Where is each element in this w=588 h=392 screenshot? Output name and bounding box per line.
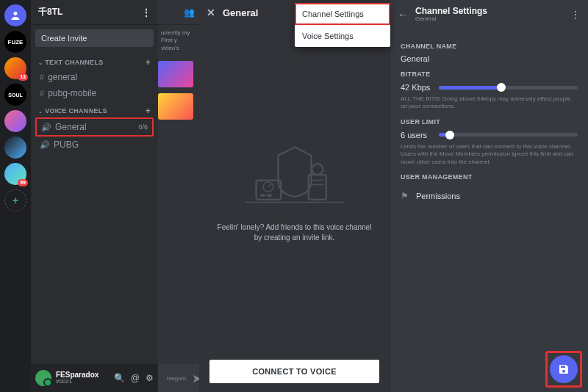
server-rail: FUZE 13 SOUL 99 +: [0, 0, 31, 392]
channel-label: PUBG: [54, 139, 79, 150]
channel-label: General: [55, 122, 87, 132]
menu-voice-settings[interactable]: Voice Settings: [295, 25, 390, 47]
hash-icon: #: [40, 89, 44, 98]
feed-snippet: urrently my First y video's: [158, 25, 199, 57]
speaker-icon: 🔊: [41, 123, 51, 132]
rail-badge: 13: [18, 73, 28, 81]
input-placeholder: blegum.: [167, 375, 187, 382]
feed-attachment: [158, 93, 193, 120]
rail-add-server-button[interactable]: +: [4, 189, 26, 211]
svg-rect-3: [260, 194, 265, 197]
rail-home-icon[interactable]: [4, 4, 26, 26]
menu-channel-settings[interactable]: Channel Settings: [295, 3, 390, 25]
speaker-icon: 🔊: [40, 140, 50, 150]
userlimit-value: 6 users: [401, 131, 433, 139]
svg-line-2: [268, 184, 272, 187]
text-channel-general[interactable]: # general: [35, 69, 154, 85]
user-footer: FESparadox #0021 🔍 @ ⚙: [31, 364, 158, 392]
usermgmt-label: USER MANAGEMENT: [401, 173, 578, 181]
voice-channels-heading[interactable]: ⌄ VOICE CHANNELS +: [35, 101, 154, 117]
rail-server-6[interactable]: 99: [4, 163, 26, 185]
rail-server-5[interactable]: [4, 137, 26, 159]
channel-capacity: 0/6: [138, 123, 148, 131]
userlimit-label: USER LIMIT: [401, 118, 578, 126]
empty-voice-illustration: [240, 134, 350, 215]
channel-label: general: [48, 72, 77, 82]
context-menu: Channel Settings Voice Settings: [295, 3, 390, 47]
add-voice-channel-icon[interactable]: +: [146, 106, 151, 116]
channel-label: pubg-mobile: [48, 88, 96, 98]
bitrate-value: 42 Kbps: [401, 83, 433, 92]
voice-view-title: General: [223, 7, 258, 18]
more-icon[interactable]: ⋮: [570, 9, 581, 21]
add-text-channel-icon[interactable]: +: [146, 57, 151, 68]
gear-icon[interactable]: ⚙: [146, 373, 154, 383]
empty-voice-text: Feelin' lonely? Add friends to this voic…: [214, 222, 375, 243]
bitrate-slider[interactable]: [439, 82, 578, 92]
close-icon[interactable]: ✕: [207, 7, 215, 18]
svg-rect-4: [267, 194, 271, 197]
more-icon[interactable]: ⋮: [142, 7, 151, 18]
send-icon[interactable]: ➤: [192, 371, 199, 385]
permissions-label: Permissions: [416, 192, 460, 200]
avatar[interactable]: [35, 370, 51, 386]
server-header[interactable]: 千8TL ⋮: [31, 0, 158, 25]
svg-point-6: [312, 164, 323, 175]
connect-voice-button[interactable]: CONNECT TO VOICE: [209, 360, 379, 383]
channel-name-value[interactable]: General: [401, 54, 578, 63]
message-feed-strip: 👥 urrently my First y video's blegum. ➤: [158, 0, 199, 392]
rail-server-soul[interactable]: SOUL: [4, 84, 26, 106]
panel-subtitle: General: [415, 16, 487, 23]
rail-badge: 99: [18, 179, 28, 186]
members-icon[interactable]: 👥: [184, 7, 195, 18]
rail-server-2[interactable]: 13: [4, 57, 26, 79]
flag-icon: ⚑: [401, 191, 409, 201]
rail-server-4[interactable]: [4, 110, 26, 132]
hash-icon: #: [40, 73, 44, 81]
bitrate-hint: ALL THE BITS! Going above 64kbps may adv…: [401, 95, 578, 111]
channel-settings-panel: ← Channel Settings General ⋮ CHANNEL NAM…: [390, 0, 588, 392]
text-heading-label: TEXT CHANNELS: [45, 59, 103, 66]
channel-sidebar: 千8TL ⋮ Create Invite ⌄ TEXT CHANNELS + #…: [31, 0, 158, 392]
voice-channel-general[interactable]: 🔊 General 0/6: [35, 117, 154, 137]
create-invite-button[interactable]: Create Invite: [35, 29, 154, 47]
save-icon: [558, 363, 570, 375]
voice-channel-pubg[interactable]: 🔊 PUBG: [35, 137, 154, 153]
feed-attachment: [158, 61, 193, 87]
channel-name-label: CHANNEL NAME: [401, 43, 578, 50]
permissions-row[interactable]: ⚑ Permissions: [401, 185, 578, 207]
user-tag: #0021: [56, 379, 98, 385]
text-channels-heading[interactable]: ⌄ TEXT CHANNELS +: [35, 53, 154, 69]
bitrate-label: BITRATE: [401, 70, 578, 78]
mentions-icon[interactable]: @: [131, 373, 140, 383]
server-name: 千8TL: [38, 6, 62, 18]
back-icon[interactable]: ←: [398, 9, 408, 21]
save-button[interactable]: [550, 355, 578, 383]
search-icon[interactable]: 🔍: [114, 373, 125, 383]
userlimit-hint: Limits the number of users that can conn…: [401, 143, 578, 166]
voice-channel-view: ✕ General Channel Settings Voice Setting…: [199, 0, 390, 392]
rail-server-fuze[interactable]: FUZE: [4, 31, 26, 53]
userlimit-slider[interactable]: [439, 130, 578, 140]
voice-heading-label: VOICE CHANNELS: [45, 107, 107, 115]
text-channel-pubg-mobile[interactable]: # pubg-mobile: [35, 85, 154, 101]
